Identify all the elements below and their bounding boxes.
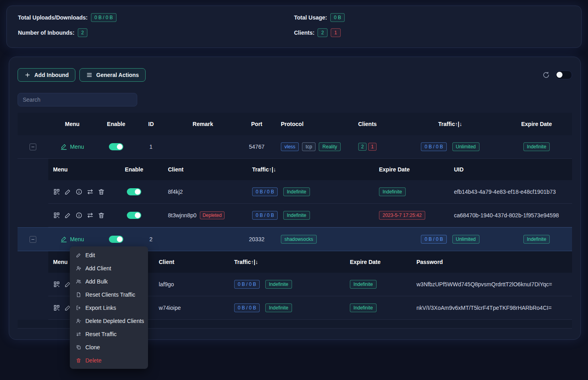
stat-uploads-downloads: Total Uploads/Downloads: 0 B / 0 B	[18, 13, 294, 22]
stat-clients-count: Clients: 2 1	[294, 28, 570, 37]
reset-traffic-icon[interactable]	[87, 188, 94, 195]
sub-header-client: Client	[160, 166, 252, 173]
client-limit-badge: Indefinite	[265, 280, 292, 289]
client-traffic-badge: 0 B / 0 B	[234, 280, 260, 289]
header-expire: Expire Date	[501, 121, 572, 127]
general-actions-button[interactable]: General Actions	[79, 68, 146, 82]
delete-client-icon[interactable]	[98, 212, 105, 219]
theme-toggle[interactable]	[555, 71, 572, 79]
reset-traffic-icon[interactable]	[87, 212, 94, 219]
client-expire-badge: Indefinite	[379, 187, 406, 196]
inbound-id: 2	[136, 236, 166, 242]
client-password: w3NfbzUPf5WWd745Q8pvsmQrdrttT2lO6knuI7Di…	[416, 281, 572, 287]
collapse-row-button[interactable]	[30, 236, 36, 243]
client-uid: efb14b43-4a79-4e83-ef18-e48cf1901b73	[454, 189, 572, 195]
client-limit-badge: Indefinite	[283, 187, 310, 196]
sub-header-traffic-sort[interactable]: Traffic↑|↓	[234, 259, 350, 265]
menu-item-reset-clients-traffic[interactable]: Reset Clients Traffic	[70, 288, 148, 301]
trash-icon	[76, 358, 81, 363]
delete-client-icon[interactable]	[98, 188, 105, 195]
traffic-badge: 0 B / 0 B	[421, 142, 446, 151]
stat-uploads-value: 0 B / 0 B	[91, 13, 116, 22]
menu-item-clone[interactable]: Clone	[70, 341, 148, 354]
info-icon[interactable]	[75, 188, 83, 195]
clients-ok-badge: 2	[358, 143, 367, 151]
client-expire-badge: Indefinite	[350, 280, 377, 289]
client-row: 8f4kj2 0 B / 0 B Indefinite Indefinite e…	[48, 180, 572, 204]
edit-icon	[60, 236, 67, 243]
client-traffic-badge: 0 B / 0 B	[252, 187, 278, 196]
protocol-tag: vless	[281, 142, 299, 151]
header-enable: Enable	[96, 121, 136, 127]
stat-inbounds-count: Number of Inbounds: 2	[18, 28, 294, 37]
client-name: laf9go	[159, 281, 234, 287]
sub-header-traffic-sort[interactable]: Traffic↑|↓	[252, 166, 379, 173]
stat-inbounds-value: 2	[78, 28, 88, 37]
collapse-row-button[interactable]	[30, 144, 36, 150]
client-limit-badge: Indefinite	[265, 303, 292, 312]
enable-toggle[interactable]	[109, 236, 123, 243]
sub-header-uid: UID	[454, 166, 572, 173]
edit-client-icon[interactable]	[64, 188, 71, 195]
inbound-menu-button[interactable]: Menu	[60, 143, 84, 150]
header-port: Port	[240, 121, 274, 127]
inbound-context-menu: Edit Add Client Add Bulk Reset Clients T…	[70, 246, 148, 369]
menu-item-add-bulk[interactable]: Add Bulk	[70, 275, 148, 288]
stat-clients-depleted-value: 1	[331, 28, 341, 37]
client-limit-badge: Indefinite	[283, 211, 310, 220]
menu-item-delete[interactable]: Delete	[70, 354, 148, 367]
sub-header-client: Client	[159, 259, 234, 265]
minus-icon	[31, 145, 35, 149]
stat-uploads-label: Total Uploads/Downloads:	[18, 14, 88, 21]
qr-code-icon[interactable]	[53, 281, 60, 288]
minus-icon	[31, 237, 35, 242]
qr-code-icon[interactable]	[53, 304, 60, 311]
header-clients: Clients	[335, 121, 399, 127]
edit-icon	[76, 252, 81, 258]
client-enable-toggle[interactable]	[127, 188, 141, 195]
menu-item-reset-traffic[interactable]: Reset Traffic	[70, 327, 148, 341]
edit-client-icon[interactable]	[64, 212, 71, 219]
stats-panel: Total Uploads/Downloads: 0 B / 0 B Total…	[6, 6, 582, 48]
client-expire-badge: Indefinite	[350, 303, 377, 312]
inbound-menu-label: Menu	[70, 144, 84, 150]
client-name: w74ioipe	[159, 305, 234, 311]
add-inbound-button[interactable]: Add Inbound	[18, 68, 75, 82]
export-icon	[76, 305, 81, 311]
client-enable-toggle[interactable]	[127, 212, 141, 219]
search-input[interactable]	[18, 93, 137, 106]
client-name: 8t3wjnn8p0	[168, 212, 197, 219]
stat-usage-label: Total Usage:	[294, 14, 327, 21]
add-inbound-label: Add Inbound	[34, 72, 69, 78]
expire-badge: Indefinite	[523, 142, 550, 151]
inbound-menu-button[interactable]: Menu	[60, 236, 84, 243]
inbound-menu-label: Menu	[70, 236, 84, 242]
menu-item-edit[interactable]: Edit	[70, 248, 148, 262]
inbounds-table-header: Menu Enable ID Remark Port Protocol Clie…	[18, 113, 572, 135]
header-protocol: Protocol	[274, 121, 335, 127]
expire-badge: Indefinite	[523, 235, 550, 244]
toolbar: Add Inbound General Actions	[18, 68, 572, 82]
info-icon[interactable]	[75, 212, 83, 219]
enable-toggle[interactable]	[109, 143, 123, 150]
menu-item-delete-depleted-clients[interactable]: Delete Depleted Clients	[70, 314, 148, 327]
menu-lines-icon	[86, 72, 93, 78]
users-icon	[76, 279, 81, 284]
sub-header-expire: Expire Date	[350, 259, 416, 265]
depleted-tag: Depleted	[200, 211, 225, 219]
refresh-icon[interactable]	[543, 71, 550, 79]
plus-icon	[24, 72, 31, 78]
traffic-limit-badge: Unlimited	[452, 235, 479, 244]
menu-item-export-links[interactable]: Export Links	[70, 301, 148, 314]
stat-clients-label: Clients:	[294, 30, 314, 36]
header-traffic-sort[interactable]: Traffic↑|↓	[399, 121, 501, 127]
client-expire-badge: 2023-5-7 17:25:42	[379, 211, 425, 220]
client-row: 8t3wjnn8p0 Depleted 0 B / 0 B Indefinite…	[48, 204, 572, 227]
protocol-tag: shadowsocks	[281, 235, 317, 244]
header-id: ID	[136, 121, 166, 127]
qr-code-icon[interactable]	[53, 212, 60, 219]
client-name: 8f4kj2	[160, 189, 252, 195]
menu-item-add-client[interactable]: Add Client	[70, 262, 148, 275]
stat-total-usage: Total Usage: 0 B	[294, 13, 570, 22]
qr-code-icon[interactable]	[53, 188, 60, 195]
